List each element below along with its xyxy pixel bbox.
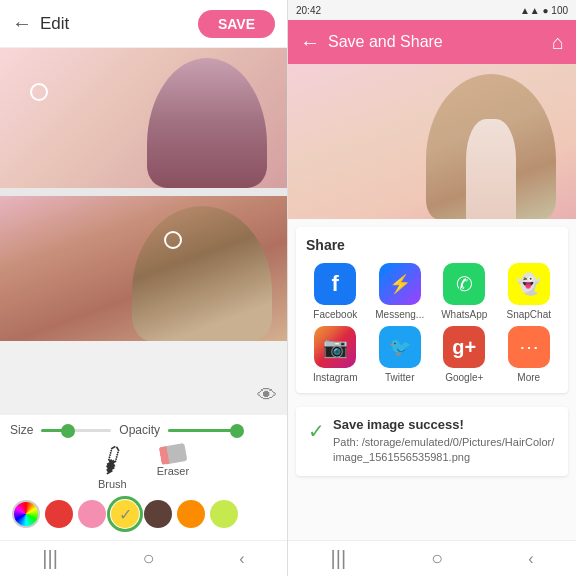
snapchat-label: SnapChat <box>507 309 551 320</box>
right-panel: 20:42 ▲▲ ● 100 ← Save and Share ⌂ Share … <box>288 0 576 576</box>
whatsapp-label: WhatsApp <box>441 309 487 320</box>
preview-image <box>288 64 576 219</box>
share-messenger[interactable]: ⚡ Messeng... <box>371 263 430 320</box>
brush-indicator-bottom <box>164 231 182 249</box>
color-brown[interactable] <box>144 500 172 528</box>
left-header: ← Edit SAVE <box>0 0 287 48</box>
right-nav-home[interactable]: ○ <box>431 547 443 570</box>
share-instagram[interactable]: 📷 Instagram <box>306 326 365 383</box>
visibility-button[interactable]: 👁 <box>257 384 277 407</box>
eraser-tool[interactable]: Eraser <box>157 445 189 490</box>
left-bottom-nav: ||| ○ ‹ <box>0 540 287 576</box>
right-nav-back[interactable]: ‹ <box>528 550 533 568</box>
right-bottom-nav: ||| ○ ‹ <box>288 540 576 576</box>
canvas-bottom-image[interactable] <box>0 196 287 341</box>
share-more[interactable]: ⋯ More <box>500 326 559 383</box>
brush-indicator-top <box>30 83 48 101</box>
color-rainbow[interactable] <box>12 500 40 528</box>
color-orange[interactable] <box>177 500 205 528</box>
opacity-slider[interactable] <box>168 429 238 432</box>
twitter-label: Twitter <box>385 372 414 383</box>
size-label: Size <box>10 423 33 437</box>
size-slider[interactable] <box>41 429 111 432</box>
nav-back[interactable]: ‹ <box>239 550 244 568</box>
success-path: Path: /storage/emulated/0/Pictures/HairC… <box>333 435 556 466</box>
success-title: Save image success! <box>333 417 556 432</box>
save-button[interactable]: SAVE <box>198 10 275 38</box>
color-pink[interactable] <box>78 500 106 528</box>
right-back-button[interactable]: ← <box>300 31 320 54</box>
status-bar: 20:42 ▲▲ ● 100 <box>288 0 576 20</box>
nav-home[interactable]: ○ <box>143 547 155 570</box>
more-label: More <box>517 372 540 383</box>
share-snapchat[interactable]: 👻 SnapChat <box>500 263 559 320</box>
left-panel: ← Edit SAVE 👁 Size Opacity <box>0 0 288 576</box>
color-yellow-green[interactable] <box>210 500 238 528</box>
opacity-label: Opacity <box>119 423 160 437</box>
page-title: Edit <box>40 14 69 34</box>
color-yellow-selected[interactable]: ✓ <box>111 500 139 528</box>
canvas-top-image[interactable] <box>0 48 287 188</box>
right-nav-recent[interactable]: ||| <box>330 547 346 570</box>
share-whatsapp[interactable]: ✆ WhatsApp <box>435 263 494 320</box>
nav-recent-apps[interactable]: ||| <box>42 547 58 570</box>
success-section: ✓ Save image success! Path: /storage/emu… <box>296 407 568 476</box>
share-facebook[interactable]: f Facebook <box>306 263 365 320</box>
status-time: 20:42 <box>296 5 321 16</box>
share-twitter[interactable]: 🐦 Twitter <box>371 326 430 383</box>
brush-label: Brush <box>98 478 127 490</box>
share-section: Share f Facebook ⚡ Messeng... ✆ WhatsApp… <box>296 227 568 393</box>
googleplus-label: Google+ <box>445 372 483 383</box>
size-opacity-row: Size Opacity <box>10 423 277 437</box>
status-icons: ▲▲ ● 100 <box>520 5 568 16</box>
instagram-label: Instagram <box>313 372 357 383</box>
back-button[interactable]: ← <box>12 12 32 35</box>
check-icon: ✓ <box>308 419 325 443</box>
colors-row: ✓ <box>10 496 277 532</box>
right-page-title: Save and Share <box>328 33 443 51</box>
facebook-label: Facebook <box>313 309 357 320</box>
share-title: Share <box>306 237 558 253</box>
color-red[interactable] <box>45 500 73 528</box>
canvas-area[interactable]: 👁 <box>0 48 287 415</box>
share-grid: f Facebook ⚡ Messeng... ✆ WhatsApp 👻 Sna… <box>306 263 558 383</box>
tools-area: Size Opacity 🖌 Brush <box>0 415 287 540</box>
brush-tool[interactable]: 🖌 Brush <box>98 445 127 490</box>
home-button[interactable]: ⌂ <box>552 31 564 54</box>
share-googleplus[interactable]: g+ Google+ <box>435 326 494 383</box>
messenger-label: Messeng... <box>375 309 424 320</box>
brush-eraser-row: 🖌 Brush Eraser <box>10 445 277 490</box>
right-header: ← Save and Share ⌂ <box>288 20 576 64</box>
eraser-label: Eraser <box>157 465 189 477</box>
